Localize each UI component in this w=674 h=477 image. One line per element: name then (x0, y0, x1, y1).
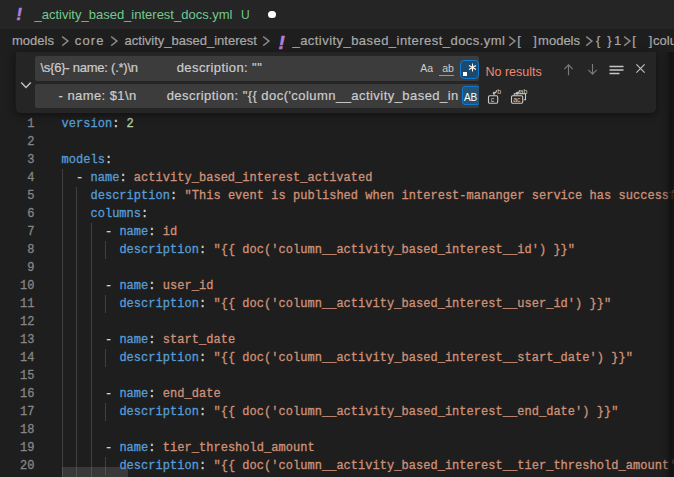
svg-text:ab: ab (520, 89, 528, 95)
svg-text:c: c (491, 96, 495, 103)
svg-text:ac: ac (513, 96, 521, 103)
svg-text:b: b (497, 89, 501, 95)
